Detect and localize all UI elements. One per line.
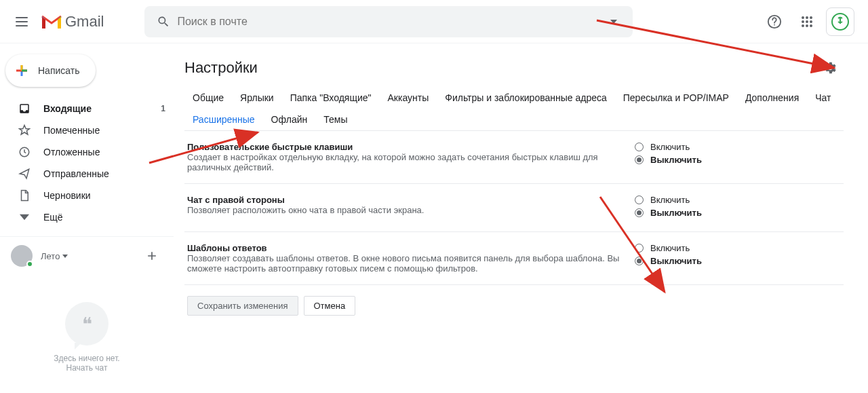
- account-button[interactable]: [826, 7, 854, 36]
- svg-point-6: [806, 20, 808, 23]
- svg-point-8: [802, 24, 804, 27]
- apps-grid-icon: [801, 16, 813, 28]
- tab-ярлыки[interactable]: Ярлыки: [232, 87, 282, 109]
- compose-button[interactable]: Написать: [5, 54, 96, 87]
- option-label: Включить: [650, 142, 690, 152]
- nav-label: Помеченные: [43, 125, 100, 136]
- tab-пересылка-и-pop-imap[interactable]: Пересылка и POP/IMAP: [615, 87, 737, 109]
- svg-point-10: [810, 24, 812, 27]
- save-button[interactable]: Сохранить изменения: [187, 296, 298, 316]
- nav-label: Отложенные: [43, 147, 100, 157]
- sidebar-item-snoozed[interactable]: Отложенные: [0, 141, 174, 163]
- tab-аккаунты[interactable]: Аккаунты: [380, 87, 437, 109]
- nav-label: Отправленные: [43, 168, 109, 179]
- settings-gear-button[interactable]: [816, 54, 844, 81]
- chat-user-row[interactable]: Лето: [0, 242, 174, 269]
- svg-point-3: [806, 16, 808, 19]
- hangouts-section: Лето ❝ Здесь ничего нет. Начать чат: [0, 236, 174, 373]
- help-icon: [767, 14, 782, 29]
- setting-description: Пользовательские быстрые клавиши Создает…: [187, 142, 635, 172]
- account-avatar-icon: [829, 11, 851, 33]
- setting-options: Включить Выключить: [635, 243, 811, 274]
- chevron-down-icon: [62, 255, 68, 258]
- support-button[interactable]: [761, 8, 788, 35]
- main-menu-button[interactable]: [5, 5, 38, 38]
- svg-point-5: [802, 20, 804, 23]
- radio-icon: [635, 155, 644, 164]
- app-header: Gmail: [0, 0, 868, 43]
- settings-tabs: ОбщиеЯрлыкиПапка "Входящие"АккаунтыФильт…: [184, 87, 844, 131]
- option-disable[interactable]: Выключить: [635, 208, 811, 218]
- setting-row: Чат с правой стороны Позволяет расположи…: [184, 184, 844, 232]
- search-container: [144, 6, 633, 37]
- tab-дополнения[interactable]: Дополнения: [737, 87, 807, 109]
- clock-icon: [18, 145, 31, 159]
- user-avatar-icon: [11, 245, 33, 267]
- svg-point-7: [810, 20, 812, 23]
- option-disable[interactable]: Выключить: [635, 155, 811, 165]
- chevron-down-icon: [610, 20, 617, 24]
- tab-папка-входящие-[interactable]: Папка "Входящие": [282, 87, 380, 109]
- gmail-logo-icon: [41, 14, 62, 30]
- option-enable[interactable]: Включить: [635, 243, 811, 253]
- compose-label: Написать: [38, 65, 79, 76]
- search-options-dropdown[interactable]: [600, 8, 627, 35]
- tab-темы[interactable]: Темы: [315, 109, 355, 130]
- hangouts-icon: ❝: [65, 302, 108, 345]
- nav-label: Входящие: [43, 103, 92, 114]
- header-actions: [761, 7, 863, 36]
- radio-icon: [635, 244, 644, 252]
- svg-point-9: [806, 24, 808, 27]
- setting-row: Пользовательские быстрые клавиши Создает…: [184, 131, 844, 184]
- tab-фильтры-и-заблокированные-адреса[interactable]: Фильтры и заблокированные адреса: [437, 87, 615, 109]
- svg-point-4: [810, 16, 812, 19]
- sidebar-item-drafts[interactable]: Черновики: [0, 185, 174, 206]
- new-chat-button[interactable]: [141, 245, 163, 267]
- svg-point-2: [802, 16, 804, 19]
- setting-title: Шаблоны ответов: [187, 243, 267, 253]
- setting-description: Чат с правой стороны Позволяет расположи…: [187, 195, 635, 221]
- chevron-down-icon: [18, 210, 31, 224]
- option-label: Выключить: [650, 208, 702, 218]
- sidebar-item-sent[interactable]: Отправленные: [0, 163, 174, 185]
- presence-indicator: [26, 261, 33, 267]
- apps-button[interactable]: [793, 8, 821, 35]
- tab-офлайн[interactable]: Офлайн: [263, 109, 316, 130]
- setting-options: Включить Выключить: [635, 142, 811, 172]
- sidebar-item-starred[interactable]: Помеченные: [0, 119, 174, 141]
- nav-label: Ещё: [43, 212, 63, 223]
- tab-чат[interactable]: Чат: [807, 87, 839, 109]
- option-enable[interactable]: Включить: [635, 195, 811, 205]
- cancel-button[interactable]: Отмена: [304, 296, 356, 316]
- option-label: Выключить: [650, 256, 702, 266]
- main-content: Настройки ОбщиеЯрлыкиПапка "Входящие"Акк…: [174, 43, 868, 393]
- search-icon[interactable]: [150, 8, 177, 35]
- setting-text: Позволяет расположить окно чата в правой…: [187, 205, 424, 215]
- radio-icon: [635, 257, 644, 265]
- setting-row: Шаблоны ответов Позволяет создавать шабл…: [184, 232, 844, 285]
- setting-options: Включить Выключить: [635, 195, 811, 221]
- option-disable[interactable]: Выключить: [635, 256, 811, 266]
- search-box[interactable]: [144, 6, 633, 37]
- plus-icon: [145, 249, 159, 263]
- option-label: Выключить: [650, 155, 702, 165]
- gear-icon: [823, 60, 837, 75]
- start-chat-link[interactable]: Начать чат: [14, 363, 160, 373]
- sidebar-item-more[interactable]: Ещё: [0, 206, 174, 228]
- option-label: Включить: [650, 243, 690, 253]
- sidebar-item-inbox[interactable]: Входящие 1: [0, 98, 174, 119]
- option-label: Включить: [650, 195, 690, 205]
- gmail-logo[interactable]: Gmail: [41, 13, 104, 31]
- setting-text: Позволяет создавать шаблоны ответов. В о…: [187, 253, 619, 274]
- hamburger-icon: [16, 17, 28, 26]
- tab-общие[interactable]: Общие: [184, 87, 232, 109]
- chat-user-name: Лето: [41, 251, 60, 261]
- option-enable[interactable]: Включить: [635, 142, 811, 152]
- svg-point-1: [774, 24, 775, 25]
- tab-расширенные[interactable]: Расширенные: [184, 109, 263, 130]
- radio-icon: [635, 195, 644, 204]
- search-input[interactable]: [177, 16, 600, 28]
- settings-body: Пользовательские быстрые клавиши Создает…: [184, 131, 844, 381]
- setting-title: Пользовательские быстрые клавиши: [187, 142, 353, 152]
- send-icon: [18, 167, 31, 181]
